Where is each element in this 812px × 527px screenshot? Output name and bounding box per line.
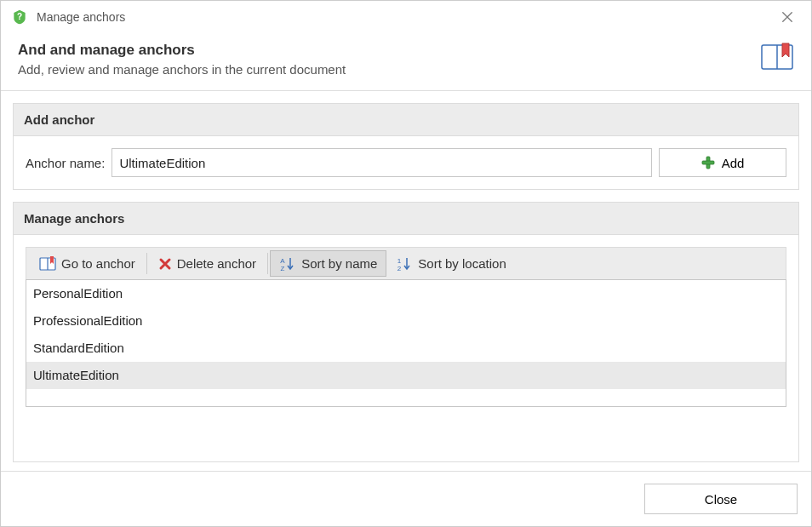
go-to-anchor-label: Go to anchor: [61, 256, 135, 271]
delete-x-icon: [158, 257, 172, 271]
page-title: And and manage anchors: [18, 42, 760, 59]
add-anchor-group: Add anchor Anchor name: Add: [13, 103, 799, 190]
window-title: Manage anchors: [37, 10, 125, 24]
anchor-name-label: Anchor name:: [26, 156, 105, 170]
list-item[interactable]: ProfessionalEdition: [26, 307, 786, 335]
delete-anchor-label: Delete anchor: [177, 256, 256, 271]
svg-text:1: 1: [397, 257, 402, 265]
sort-by-location-button[interactable]: 1 2 Sort by location: [386, 250, 515, 277]
close-icon[interactable]: [774, 3, 801, 31]
book-goto-icon: [39, 256, 56, 272]
dialog-header: And and manage anchors Add, review and m…: [1, 33, 811, 91]
delete-anchor-button[interactable]: Delete anchor: [149, 250, 266, 277]
list-item[interactable]: StandardEdition: [26, 335, 786, 362]
list-item[interactable]: PersonalEdition: [26, 280, 786, 307]
app-icon: ?: [11, 9, 28, 26]
titlebar: ? Manage anchors: [1, 1, 811, 33]
svg-text:2: 2: [397, 265, 402, 272]
svg-text:Z: Z: [281, 265, 285, 272]
svg-rect-4: [702, 161, 714, 164]
plus-icon: [701, 156, 715, 169]
close-button[interactable]: Close: [644, 484, 798, 514]
sort-by-name-button[interactable]: A Z Sort by name: [270, 250, 386, 277]
manage-anchors-title: Manage anchors: [14, 203, 798, 235]
anchor-name-input[interactable]: [112, 148, 652, 177]
anchors-listbox[interactable]: PersonalEditionProfessionalEditionStanda…: [26, 279, 786, 407]
manage-anchors-group: Manage anchors Go to anchor: [13, 202, 799, 462]
sort-by-location-label: Sort by location: [418, 256, 506, 271]
dialog-footer: Close: [1, 471, 811, 526]
page-subtitle: Add, review and manage anchors in the cu…: [18, 62, 760, 77]
dialog-window: ? Manage anchors And and manage anchors …: [0, 0, 812, 527]
add-anchor-title: Add anchor: [14, 104, 798, 136]
go-to-anchor-button[interactable]: Go to anchor: [30, 250, 145, 277]
sort-az-icon: A Z: [279, 256, 296, 272]
toolbar-separator: [267, 253, 268, 274]
add-button[interactable]: Add: [659, 148, 786, 177]
toolbar-separator: [146, 253, 147, 274]
list-item[interactable]: UltimateEdition: [26, 362, 786, 389]
add-button-label: Add: [722, 156, 745, 170]
sort-by-name-label: Sort by name: [301, 256, 377, 271]
sort-12-icon: 1 2: [396, 256, 413, 272]
svg-text:?: ?: [17, 12, 22, 21]
book-bookmark-icon: [760, 42, 794, 72]
svg-text:A: A: [280, 257, 285, 265]
anchors-toolbar: Go to anchor Delete anchor: [26, 247, 786, 279]
